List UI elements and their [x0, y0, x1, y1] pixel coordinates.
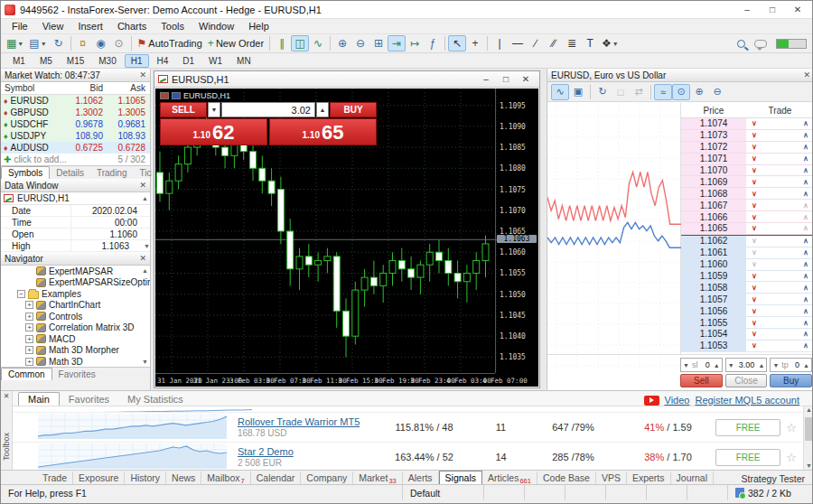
timeframe-w1[interactable]: W1: [202, 54, 229, 68]
chart-shift-icon[interactable]: ↦: [406, 35, 424, 51]
chart-window-titlebar[interactable]: EURUSD,H1 – □ ✕: [154, 71, 539, 88]
buy-chevron-icon[interactable]: ∧: [798, 154, 813, 163]
depth-row[interactable]: 1.1062∨∧: [681, 236, 813, 247]
bottom-tab-experts[interactable]: Experts: [627, 471, 671, 484]
chart-flag-icon[interactable]: [172, 92, 181, 99]
depth-row[interactable]: 1.1059∨∧: [681, 271, 813, 283]
tree-item-math-3d-morpher[interactable]: +Math 3D Morpher: [1, 345, 150, 357]
stop-loss-spinner[interactable]: ▼sl0▲: [680, 358, 723, 372]
sell-chevron-icon[interactable]: ∨: [746, 248, 762, 257]
zoom-out-icon[interactable]: ⊖: [708, 84, 726, 100]
line-chart-icon[interactable]: ∿: [309, 35, 327, 51]
new-order-icon[interactable]: +New Order: [205, 35, 266, 51]
sell-chevron-icon[interactable]: ∨: [746, 154, 762, 163]
menu-file[interactable]: File: [5, 21, 35, 32]
sell-chevron-icon[interactable]: ∨: [746, 237, 762, 245]
buy-chevron-icon[interactable]: ∧: [798, 248, 813, 257]
bottom-tab-signals[interactable]: Signals: [439, 471, 482, 484]
tree-item-correlation-matrix-3d[interactable]: +Correlation Matrix 3D: [1, 322, 150, 334]
buy-chevron-icon[interactable]: ∧: [798, 341, 813, 350]
market-watch-row[interactable]: ♦AUDUSD0.67250.6728: [1, 142, 150, 154]
buy-button[interactable]: BUY: [330, 102, 377, 117]
menu-charts[interactable]: Charts: [110, 21, 154, 32]
buy-chevron-icon[interactable]: ∧: [798, 166, 813, 174]
zoom-in-icon[interactable]: ⊕: [690, 84, 708, 100]
sell-chevron-icon[interactable]: ∨: [746, 341, 762, 350]
timeframe-m30[interactable]: M30: [92, 54, 122, 68]
tree-item-expertmapsarsizeoptim[interactable]: ExpertMAPSARSizeOptim: [1, 277, 150, 289]
tab-trading[interactable]: Trading: [90, 167, 134, 179]
crosshair-icon[interactable]: +: [466, 35, 484, 51]
tree-item-controls[interactable]: +Controls: [1, 311, 150, 322]
fibonacci-icon[interactable]: ≣: [563, 35, 581, 51]
tile-windows-icon[interactable]: ⊞: [369, 35, 388, 51]
depth-row[interactable]: 1.1056∨∧: [681, 305, 813, 317]
market-watch-row[interactable]: ♦USDCHF0.96780.9681: [1, 118, 150, 130]
sell-chevron-icon[interactable]: ∨: [746, 307, 762, 315]
bottom-tab-code-base[interactable]: Code Base: [537, 471, 596, 484]
bottom-tab-calendar[interactable]: Calendar: [251, 471, 302, 484]
depth-row[interactable]: 1.1074∨∧: [681, 118, 813, 130]
depth-row[interactable]: 1.1072∨∧: [681, 142, 813, 154]
bottom-tab-company[interactable]: Company: [301, 471, 353, 484]
depth-row[interactable]: 1.1053∨∧: [681, 341, 813, 352]
buy-chevron-icon[interactable]: ∧: [798, 143, 813, 151]
autotrading-icon[interactable]: ⚑AutoTrading: [135, 35, 205, 51]
bottom-tab-mailbox[interactable]: Mailbox7: [201, 471, 250, 484]
expand-icon[interactable]: +: [25, 358, 33, 366]
depth-close-button[interactable]: Close: [725, 374, 768, 387]
menu-insert[interactable]: Insert: [70, 21, 110, 32]
cursor-icon[interactable]: ↖: [448, 35, 466, 51]
depth-row[interactable]: 1.1054∨∧: [681, 329, 813, 341]
buy-chevron-icon[interactable]: ∧: [798, 119, 813, 127]
depth-row[interactable]: 1.1065∨∧: [681, 223, 813, 235]
buy-chevron-icon[interactable]: ∧: [798, 190, 813, 198]
sell-chevron-icon[interactable]: ∨: [746, 190, 762, 198]
sell-chevron-icon[interactable]: ∨: [746, 213, 762, 221]
free-button[interactable]: FREE: [715, 449, 780, 466]
chart-menu-icon[interactable]: [160, 92, 169, 99]
minimize-button[interactable]: –: [734, 2, 760, 18]
zoom-out-icon[interactable]: ⊖: [351, 35, 369, 51]
menu-tools[interactable]: Tools: [154, 21, 192, 32]
strategy-tester-label[interactable]: Strategy Tester: [742, 473, 813, 484]
buy-chevron-icon[interactable]: ∧: [798, 213, 813, 221]
sell-chevron-icon[interactable]: ∨: [746, 119, 762, 127]
zoom-in-icon[interactable]: ⊕: [333, 35, 351, 51]
depth-row[interactable]: 1.1068∨∧: [681, 188, 813, 200]
text-icon[interactable]: T: [581, 35, 599, 51]
vertical-line-icon[interactable]: |: [491, 35, 509, 51]
candle-chart-icon[interactable]: ◫: [291, 35, 309, 51]
bottom-tab-history[interactable]: History: [125, 471, 166, 484]
time-axis[interactable]: 31 Jan 202031 Jan 23:003 Feb 03:003 Feb …: [155, 373, 495, 387]
signal-name-link[interactable]: Star 2 Demo: [238, 446, 372, 457]
signal-name-link[interactable]: Rollover Trade Warrior MT5: [238, 416, 372, 427]
favorite-star-icon[interactable]: ☆: [780, 421, 802, 434]
buy-chevron-icon[interactable]: ∧: [798, 272, 813, 280]
bar-chart-icon[interactable]: ∥: [273, 35, 291, 51]
tree-item-examples[interactable]: −Examples: [1, 288, 150, 300]
depth-row[interactable]: 1.1060∨∧: [681, 259, 813, 271]
depth-row[interactable]: 1.1061∨∧: [681, 247, 813, 259]
mw-col-ask[interactable]: Ask: [107, 83, 149, 93]
buy-chevron-icon[interactable]: ∧: [798, 131, 813, 139]
chat-icon[interactable]: [754, 40, 767, 48]
bottom-tab-journal[interactable]: Journal: [671, 471, 714, 484]
bottom-tab-market[interactable]: Market33: [353, 471, 402, 484]
equidistant-channel-icon[interactable]: ∕∕: [545, 35, 563, 51]
buy-price-box[interactable]: 1.10 65: [269, 118, 377, 145]
timeframe-h4[interactable]: H4: [151, 54, 175, 68]
tree-item-chartinchart[interactable]: +ChartInChart: [1, 300, 150, 312]
horizontal-line-icon[interactable]: —: [509, 35, 527, 51]
timeframe-h1[interactable]: H1: [125, 54, 149, 68]
expand-icon[interactable]: +: [25, 313, 33, 321]
auto-scroll-icon[interactable]: ⇥: [388, 35, 406, 51]
free-button[interactable]: FREE: [715, 419, 780, 436]
sell-chevron-icon[interactable]: ∨: [746, 284, 762, 292]
depth-row[interactable]: 1.1067∨∧: [681, 200, 813, 211]
orders-book-icon[interactable]: ▣: [569, 84, 587, 100]
video-link[interactable]: Video: [665, 395, 690, 406]
bottom-tab-trade[interactable]: Trade: [37, 471, 73, 484]
menu-view[interactable]: View: [35, 21, 71, 32]
ticks-mode-icon[interactable]: ≈: [654, 84, 672, 100]
